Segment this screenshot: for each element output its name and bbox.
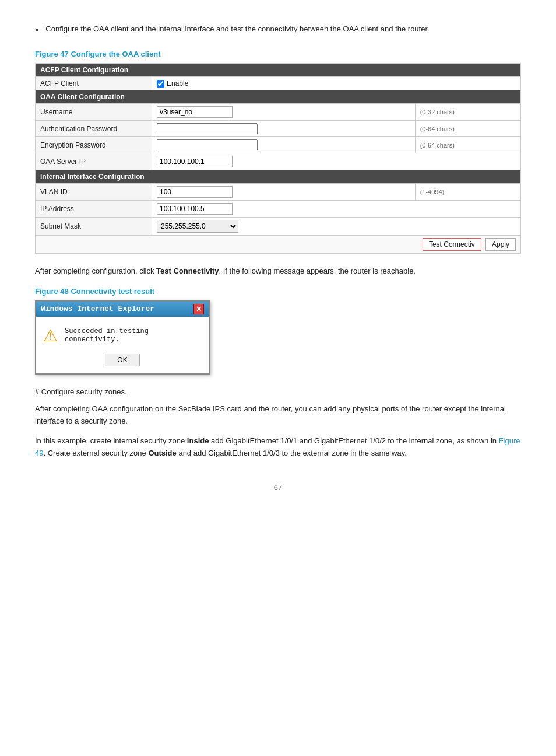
subnet-label: Subnet Mask <box>36 218 152 236</box>
enc-pass-hint: (0-64 chars) <box>415 137 520 153</box>
vlan-label: VLAN ID <box>36 184 152 201</box>
vlan-row: VLAN ID (1-4094) <box>36 184 521 201</box>
internal-header-row: Internal Interface Configuration <box>36 170 521 184</box>
enc-pass-input[interactable] <box>157 139 258 150</box>
page-number: 67 <box>35 483 521 492</box>
username-hint: (0-32 chars) <box>415 104 520 121</box>
hash-line: # Configure security zones. <box>35 386 521 398</box>
enc-pass-label: Encryption Password <box>36 137 152 153</box>
dialog-titlebar: Windows Internet Explorer ✕ <box>36 302 209 317</box>
acfp-enable-checkbox[interactable] <box>157 80 164 88</box>
ip-label: IP Address <box>36 201 152 218</box>
subnet-value-cell: 255.255.255.0 255.255.0.0 255.0.0.0 <box>152 218 521 236</box>
auth-pass-value-cell <box>152 121 416 137</box>
acfp-enable-label[interactable]: Enable <box>157 79 516 88</box>
ip-value-cell <box>152 201 521 218</box>
body-paragraph-2: In this example, create internal securit… <box>35 435 521 460</box>
dialog-title-text: Windows Internet Explorer <box>41 304 154 313</box>
vlan-hint: (1-4094) <box>415 184 520 201</box>
oaa-section-header: OAA Client Configuration <box>36 90 521 104</box>
vlan-value-cell <box>152 184 416 201</box>
enc-pass-value-cell <box>152 137 416 153</box>
vlan-input[interactable] <box>157 186 233 198</box>
username-input[interactable] <box>157 106 233 118</box>
acfp-section-header: ACFP Client Configuration <box>36 64 521 77</box>
bullet-icon: • <box>35 23 38 38</box>
figure47-title: Figure 47 Configure the OAA client <box>35 50 521 58</box>
config-table: ACFP Client Configuration ACFP Client En… <box>35 63 521 254</box>
after-config-text: After completing configuration, click Te… <box>35 265 521 278</box>
acfp-client-value: Enable <box>152 77 521 90</box>
bullet-text: Configure the OAA client and the interna… <box>45 23 429 35</box>
internal-section-header: Internal Interface Configuration <box>36 170 521 184</box>
enc-pass-row: Encryption Password (0-64 chars) <box>36 137 521 153</box>
subnet-row: Subnet Mask 255.255.255.0 255.255.0.0 25… <box>36 218 521 236</box>
username-label: Username <box>36 104 152 121</box>
dialog-message: Succeeded in testing connectivity. <box>65 327 202 344</box>
inside-bold: Inside <box>187 436 209 445</box>
apply-button[interactable]: Apply <box>485 238 516 251</box>
ip-input[interactable] <box>157 203 233 215</box>
subnet-select[interactable]: 255.255.255.0 255.255.0.0 255.0.0.0 <box>157 220 238 233</box>
test-connectivity-button[interactable]: Test Connectiv <box>423 238 481 251</box>
acfp-header-row: ACFP Client Configuration <box>36 64 521 77</box>
test-connectivity-bold: Test Connectivity <box>156 267 219 275</box>
oaa-header-row: OAA Client Configuration <box>36 90 521 104</box>
auth-pass-hint: (0-64 chars) <box>415 121 520 137</box>
button-row: Test Connectiv Apply <box>36 236 521 254</box>
button-cell: Test Connectiv Apply <box>36 236 521 254</box>
oaa-server-label: OAA Server IP <box>36 153 152 170</box>
outside-bold: Outside <box>148 449 176 457</box>
dialog-message-row: ⚠ Succeeded in testing connectivity. <box>43 326 202 345</box>
ip-address-row: IP Address <box>36 201 521 218</box>
auth-pass-input[interactable] <box>157 123 258 134</box>
oaa-server-value-cell <box>152 153 521 170</box>
auth-pass-label: Authentication Password <box>36 121 152 137</box>
bullet-section: • Configure the OAA client and the inter… <box>35 23 521 38</box>
oaa-server-row: OAA Server IP <box>36 153 521 170</box>
auth-pass-row: Authentication Password (0-64 chars) <box>36 121 521 137</box>
dialog-close-button[interactable]: ✕ <box>193 304 204 314</box>
dialog-container: Windows Internet Explorer ✕ ⚠ Succeeded … <box>35 300 521 374</box>
dialog-box: Windows Internet Explorer ✕ ⚠ Succeeded … <box>35 300 210 374</box>
dialog-body: ⚠ Succeeded in testing connectivity. OK <box>36 317 209 373</box>
acfp-client-label: ACFP Client <box>36 77 152 90</box>
oaa-server-input[interactable] <box>157 156 233 167</box>
warning-icon: ⚠ <box>43 326 58 345</box>
username-row: Username (0-32 chars) <box>36 104 521 121</box>
username-value-cell <box>152 104 416 121</box>
dialog-ok-button[interactable]: OK <box>105 354 139 366</box>
figure48-title: Figure 48 Connectivity test result <box>35 287 521 296</box>
body-paragraph-1: After completing OAA configuration on th… <box>35 403 521 428</box>
acfp-client-row: ACFP Client Enable <box>36 77 521 90</box>
